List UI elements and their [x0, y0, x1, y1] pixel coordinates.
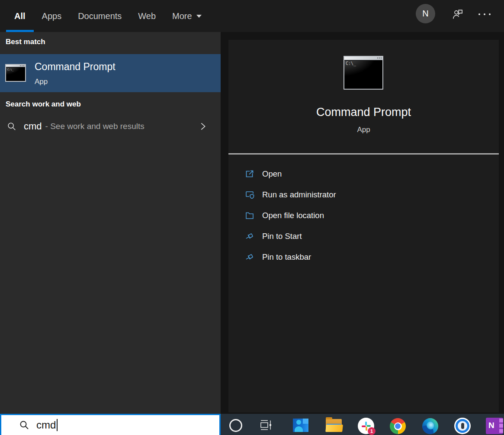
- result-title: Command Prompt: [35, 61, 116, 73]
- feedback-icon[interactable]: [451, 8, 464, 21]
- tab-more-label: More: [172, 11, 192, 21]
- cmd-icon-text: C:\_: [346, 61, 356, 66]
- tab-apps-label: Apps: [42, 11, 62, 21]
- pin-icon: [244, 231, 255, 242]
- search-icon: [7, 122, 16, 131]
- tab-web[interactable]: Web: [130, 0, 164, 32]
- pin-icon: [244, 252, 255, 262]
- action-open[interactable]: Open: [228, 164, 499, 184]
- tab-more[interactable]: More: [164, 0, 210, 32]
- tab-documents-label: Documents: [78, 11, 122, 21]
- tab-all[interactable]: All: [6, 0, 34, 32]
- command-prompt-icon-large: C:\_: [343, 56, 383, 90]
- web-search-query: cmd: [24, 121, 42, 132]
- preview-app-subtitle: App: [228, 126, 499, 134]
- preview-app-title: Command Prompt: [228, 106, 499, 119]
- search-filter-bar: All Apps Documents Web More N: [0, 0, 504, 32]
- web-search-result[interactable]: cmd - See work and web results: [0, 113, 221, 139]
- avatar-initial: N: [422, 9, 428, 19]
- user-avatar[interactable]: N: [416, 4, 435, 23]
- people-icon[interactable]: [293, 419, 308, 432]
- chevron-down-icon: [196, 15, 202, 18]
- divider: [228, 153, 499, 155]
- file-explorer-icon[interactable]: [326, 419, 342, 432]
- best-match-header: Best match: [6, 38, 45, 46]
- onenote-icon[interactable]: N: [486, 418, 503, 434]
- open-icon: [244, 169, 255, 179]
- filter-tabs: All Apps Documents Web More: [6, 0, 210, 32]
- search-icon: [19, 420, 29, 430]
- web-section-header: Search work and web: [6, 100, 81, 109]
- best-match-result-command-prompt[interactable]: C:\_ Command Prompt App: [0, 54, 221, 92]
- action-label: Open file location: [262, 211, 324, 220]
- search-input[interactable]: cmd: [0, 414, 221, 435]
- admin-shield-icon: [244, 190, 255, 200]
- action-label: Run as administrator: [262, 190, 336, 200]
- action-label: Pin to Start: [262, 232, 302, 241]
- action-list: Open Run as administrator Open file loca…: [228, 164, 499, 267]
- action-open-file-location[interactable]: Open file location: [228, 205, 499, 226]
- search-input-value: cmd: [36, 419, 56, 431]
- cortana-icon[interactable]: [229, 419, 242, 432]
- result-subtitle: App: [35, 77, 48, 86]
- taskbar: 1 N: [221, 414, 504, 435]
- action-pin-to-start[interactable]: Pin to Start: [228, 226, 499, 247]
- tab-apps[interactable]: Apps: [34, 0, 70, 32]
- edge-icon[interactable]: [422, 418, 438, 434]
- tab-all-label: All: [14, 11, 26, 21]
- slack-notification-badge: 1: [368, 427, 376, 435]
- action-run-as-administrator[interactable]: Run as administrator: [228, 184, 499, 205]
- search-results-panel: Best match C:\_ Command Prompt App Searc…: [0, 32, 221, 414]
- preview-panel: C:\_ Command Prompt App Open Run as admi…: [228, 40, 499, 412]
- action-label: Open: [262, 169, 282, 179]
- tab-web-label: Web: [138, 11, 156, 21]
- folder-icon: [244, 210, 255, 221]
- text-caret: [57, 419, 58, 431]
- onenote-letter: N: [488, 421, 494, 430]
- more-options-icon[interactable]: [478, 13, 491, 15]
- cmd-icon-text: C:\_: [7, 68, 13, 71]
- task-view-icon[interactable]: [259, 418, 273, 432]
- command-prompt-icon: C:\_: [5, 64, 26, 82]
- action-pin-to-taskbar[interactable]: Pin to taskbar: [228, 247, 499, 267]
- action-label: Pin to taskbar: [262, 252, 311, 262]
- onepassword-icon[interactable]: [454, 418, 471, 434]
- tab-documents[interactable]: Documents: [70, 0, 130, 32]
- web-search-suffix: - See work and web results: [45, 122, 144, 131]
- chevron-right-icon[interactable]: [198, 122, 208, 131]
- chrome-icon[interactable]: [390, 418, 406, 434]
- slack-icon[interactable]: 1: [358, 418, 374, 434]
